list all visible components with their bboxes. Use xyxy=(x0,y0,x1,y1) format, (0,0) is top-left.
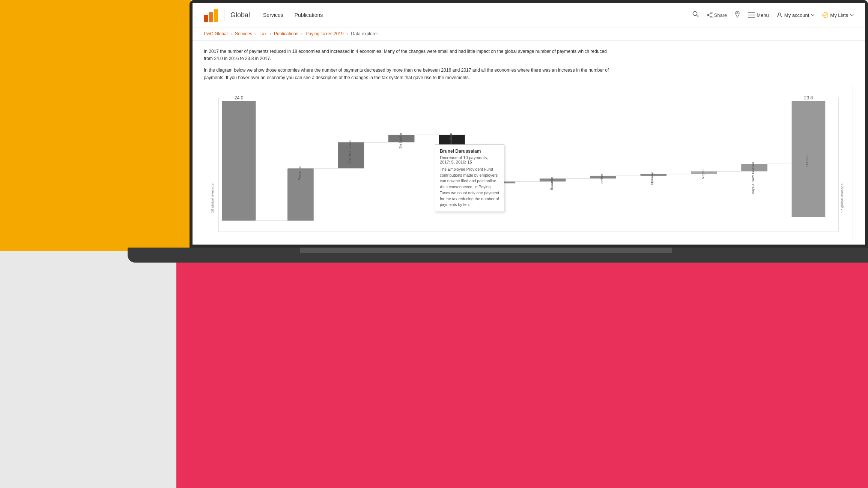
main-content: In 2017 the number of payments reduced i… xyxy=(193,41,865,241)
pwc-logo-icon xyxy=(204,8,218,22)
laptop-base-notch xyxy=(300,248,672,253)
svg-rect-1 xyxy=(209,12,213,22)
bg-yellow-right xyxy=(173,0,191,251)
breadcrumb-sep-3: › xyxy=(269,32,271,36)
breadcrumb-sep-4: › xyxy=(301,32,303,36)
my-lists-label: My Lists xyxy=(830,12,848,18)
my-account-button[interactable]: My account xyxy=(776,12,815,18)
tooltip-subtitle: Decrease of 10 payments, 2017: 5, 2016: … xyxy=(440,155,499,164)
pwc-site: Global Services Publications xyxy=(193,3,865,245)
svg-text:Jordan: Jordan xyxy=(600,174,604,185)
svg-text:Nepal: Nepal xyxy=(701,170,705,179)
nav-publications[interactable]: Publications xyxy=(295,12,323,18)
svg-text:Panama: Panama xyxy=(297,166,301,180)
breadcrumb-sep-2: › xyxy=(255,32,257,36)
breadcrumb-paying-taxes[interactable]: Paying Taxes 2019 xyxy=(305,31,343,36)
tooltip-body: The Employee Provident Fund contribution… xyxy=(440,167,499,208)
breadcrumb-sep-1: › xyxy=(230,32,232,36)
tooltip: Brunei Darussalam Decrease of 10 payment… xyxy=(435,144,504,212)
svg-text:Ecuador: Ecuador xyxy=(549,176,554,191)
bg-yellow xyxy=(0,0,173,251)
share-button[interactable]: Share xyxy=(707,12,727,18)
breadcrumb-sep-5: › xyxy=(347,32,348,36)
svg-point-14 xyxy=(778,13,781,15)
nav-services[interactable]: Services xyxy=(263,12,283,18)
logo-global-text: Global xyxy=(230,11,250,19)
svg-point-7 xyxy=(707,14,709,16)
svg-text:Papua New Guinea: Papua New Guinea xyxy=(751,162,755,194)
intro-paragraph-1: In 2017 the number of payments reduced i… xyxy=(204,48,617,62)
svg-line-56 xyxy=(314,142,338,168)
breadcrumb-tax[interactable]: Tax xyxy=(260,31,267,36)
svg-text:The Bahamas: The Bahamas xyxy=(348,140,352,164)
my-lists-button[interactable]: My Lists xyxy=(822,12,854,18)
header-right: Share xyxy=(692,11,854,19)
breadcrumb-services[interactable]: Services xyxy=(235,31,252,36)
laptop-screen: Global Services Publications xyxy=(193,3,865,245)
svg-text:23.8: 23.8 xyxy=(804,95,813,101)
tooltip-title: Brunei Darussalam xyxy=(440,149,499,154)
svg-rect-0 xyxy=(204,15,208,22)
waterfall-chart: 16 global average 24.0 Panama xyxy=(204,86,853,241)
search-icon[interactable] xyxy=(692,11,699,19)
svg-line-9 xyxy=(708,15,710,17)
site-header: Global Services Publications xyxy=(193,3,865,27)
share-label: Share xyxy=(714,12,727,18)
pwc-logo: Global xyxy=(204,8,250,22)
tooltip-value-2016: 15 xyxy=(467,160,472,164)
menu-button[interactable]: Menu xyxy=(748,12,769,18)
logo-divider xyxy=(224,9,224,21)
tooltip-separator: , 2016: xyxy=(454,160,468,164)
svg-line-8 xyxy=(708,14,710,15)
svg-text:16 global average: 16 global average xyxy=(210,183,214,213)
chart-container: 16 global average 24.0 Panama xyxy=(204,86,853,241)
svg-point-3 xyxy=(693,12,697,16)
svg-text:Gabon: Gabon xyxy=(805,155,809,167)
breadcrumb-pwc-global[interactable]: PwC Global xyxy=(204,31,227,36)
header-left: Global Services Publications xyxy=(204,8,323,22)
breadcrumb: PwC Global › Services › Tax › Publicatio… xyxy=(193,27,865,41)
location-icon[interactable] xyxy=(734,11,740,19)
svg-point-5 xyxy=(711,12,712,14)
svg-line-55 xyxy=(256,168,287,221)
svg-rect-17 xyxy=(222,101,256,221)
header-nav: Services Publications xyxy=(263,12,323,18)
breadcrumb-publications[interactable]: Publications xyxy=(274,31,298,36)
svg-text:17 global average: 17 global average xyxy=(840,183,844,213)
svg-point-6 xyxy=(711,17,712,18)
intro-paragraph-2: In the diagram below we show those econo… xyxy=(204,67,617,81)
tooltip-year-2017-label: 2017: xyxy=(440,160,451,164)
breadcrumb-data-explorer: Data explorer xyxy=(351,31,378,36)
svg-text:Sri Lanka: Sri Lanka xyxy=(398,133,402,149)
svg-line-4 xyxy=(697,15,698,17)
tooltip-subtitle-prefix: Decrease of 10 payments, xyxy=(440,155,488,160)
bg-gray-left xyxy=(0,251,176,488)
svg-point-10 xyxy=(737,12,738,14)
laptop-outer: Global Services Publications xyxy=(190,0,868,248)
svg-rect-2 xyxy=(214,9,218,22)
my-account-label: My account xyxy=(784,12,809,18)
bg-pink xyxy=(176,251,868,488)
svg-text:24.0: 24.0 xyxy=(235,95,244,101)
menu-label: Menu xyxy=(757,12,769,18)
svg-text:Norway: Norway xyxy=(650,172,654,185)
